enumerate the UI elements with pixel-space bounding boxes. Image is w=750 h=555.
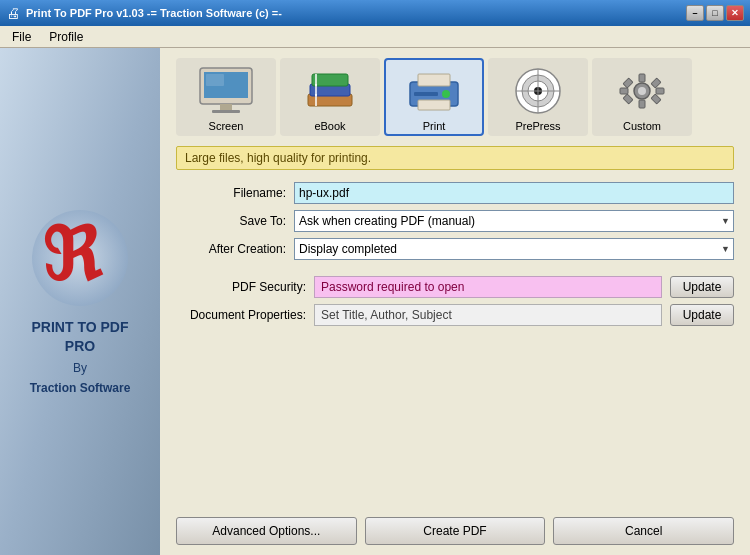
aftercreation-row: After Creation: Display completed Open P… — [176, 238, 734, 260]
profile-screen[interactable]: Screen — [176, 58, 276, 136]
print-label: Print — [423, 120, 446, 132]
main-container: ℜ PRINT TO PDF PRO By Traction Software — [0, 48, 750, 555]
filename-row: Filename: — [176, 182, 734, 204]
print-icon — [402, 64, 466, 118]
svg-point-16 — [442, 90, 450, 98]
profile-icons-row: Screen eBook — [176, 58, 734, 136]
maximize-button[interactable]: □ — [706, 5, 724, 21]
sidebar: ℜ PRINT TO PDF PRO By Traction Software — [0, 48, 160, 555]
profile-prepress[interactable]: PrePress — [488, 58, 588, 136]
svg-rect-29 — [656, 88, 664, 94]
svg-rect-28 — [620, 88, 628, 94]
menu-profile[interactable]: Profile — [45, 29, 87, 45]
minimize-button[interactable]: – — [686, 5, 704, 21]
svg-text:ℜ: ℜ — [42, 216, 104, 296]
profile-ebook[interactable]: eBook — [280, 58, 380, 136]
pdf-security-label: PDF Security: — [176, 280, 306, 294]
custom-label: Custom — [623, 120, 661, 132]
svg-rect-14 — [418, 74, 450, 86]
doc-properties-label: Document Properties: — [176, 308, 306, 322]
security-section: PDF Security: Password required to open … — [176, 272, 734, 326]
content-area: Screen eBook — [160, 48, 750, 555]
pdf-security-value: Password required to open — [314, 276, 662, 298]
app-title: Print To PDF Pro v1.03 -= Traction Softw… — [26, 7, 282, 19]
screen-icon — [194, 64, 258, 118]
info-bar: Large files, high quality for printing. — [176, 146, 734, 170]
aftercreation-select[interactable]: Display completed Open PDF Print PDF Not… — [294, 238, 734, 260]
svg-rect-33 — [651, 94, 661, 104]
ebook-label: eBook — [314, 120, 345, 132]
svg-rect-32 — [623, 94, 633, 104]
advanced-options-button[interactable]: Advanced Options... — [176, 517, 357, 545]
aftercreation-label: After Creation: — [176, 242, 286, 256]
saveto-select-wrapper: Ask when creating PDF (manual) Same fold… — [294, 210, 734, 232]
sidebar-by: By — [73, 361, 87, 375]
ebook-icon — [298, 64, 362, 118]
profile-custom[interactable]: Custom — [592, 58, 692, 136]
cancel-button[interactable]: Cancel — [553, 517, 734, 545]
menu-file[interactable]: File — [8, 29, 35, 45]
svg-rect-27 — [639, 100, 645, 108]
security-update-button[interactable]: Update — [670, 276, 734, 298]
svg-rect-5 — [212, 110, 240, 113]
screen-label: Screen — [209, 120, 244, 132]
saveto-row: Save To: Ask when creating PDF (manual) … — [176, 210, 734, 232]
filename-label: Filename: — [176, 186, 286, 200]
title-bar: 🖨 Print To PDF Pro v1.03 -= Traction Sof… — [0, 0, 750, 26]
bottom-buttons: Advanced Options... Create PDF Cancel — [176, 509, 734, 545]
form-section: Filename: Save To: Ask when creating PDF… — [176, 182, 734, 260]
doc-properties-row: Document Properties: Set Title, Author, … — [176, 304, 734, 326]
close-button[interactable]: ✕ — [726, 5, 744, 21]
aftercreation-select-wrapper: Display completed Open PDF Print PDF Not… — [294, 238, 734, 260]
svg-rect-4 — [220, 104, 232, 110]
svg-rect-31 — [651, 78, 661, 88]
svg-rect-30 — [623, 78, 633, 88]
svg-point-25 — [638, 87, 646, 95]
svg-rect-9 — [312, 74, 348, 86]
custom-icon — [610, 64, 674, 118]
saveto-select[interactable]: Ask when creating PDF (manual) Same fold… — [294, 210, 734, 232]
svg-rect-26 — [639, 74, 645, 82]
prepress-label: PrePress — [515, 120, 560, 132]
sidebar-company: Traction Software — [30, 381, 131, 395]
create-pdf-button[interactable]: Create PDF — [365, 517, 546, 545]
sidebar-logo: ℜ — [30, 208, 130, 308]
window-controls: – □ ✕ — [686, 5, 744, 21]
profile-print[interactable]: Print — [384, 58, 484, 136]
menu-bar: File Profile — [0, 26, 750, 48]
doc-properties-value: Set Title, Author, Subject — [314, 304, 662, 326]
app-icon: 🖨 — [6, 5, 20, 21]
filename-input[interactable] — [294, 182, 734, 204]
prepress-icon — [506, 64, 570, 118]
saveto-label: Save To: — [176, 214, 286, 228]
svg-rect-6 — [206, 74, 224, 86]
svg-rect-17 — [414, 92, 438, 96]
pdf-security-row: PDF Security: Password required to open … — [176, 276, 734, 298]
svg-rect-15 — [418, 100, 450, 110]
doc-properties-update-button[interactable]: Update — [670, 304, 734, 326]
sidebar-title: PRINT TO PDF PRO — [32, 318, 129, 354]
